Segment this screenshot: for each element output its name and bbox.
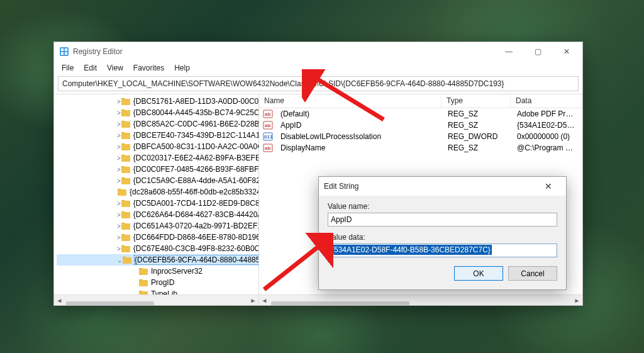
svg-rect-3: [61, 52, 64, 55]
menu-view[interactable]: View: [102, 62, 128, 74]
value-name: DisableLowILProcessIsolation: [275, 132, 443, 141]
tree-item[interactable]: >{DC5DA001-7CD4-11D2-8ED9-D8C857F98FE3}: [57, 198, 258, 209]
tree-item-label: {DC67E480-C3CB-49F8-8232-60B0C2056C8E}: [133, 244, 259, 253]
tree-item[interactable]: >{DBFCA500-8C31-11D0-AA2C-00A0C92749A3}: [57, 141, 258, 152]
folder-icon: [121, 97, 131, 106]
dialog-titlebar[interactable]: Edit String ✕: [319, 177, 566, 196]
tree-item[interactable]: InprocServer32: [57, 266, 258, 277]
tree-item-label: InprocServer32: [151, 267, 203, 276]
close-button[interactable]: ✕: [552, 42, 581, 61]
folder-icon: [121, 142, 131, 151]
value-type: REG_SZ: [443, 109, 512, 118]
list-row[interactable]: ab(Default)REG_SZAdobe PDF Preview: [259, 108, 582, 120]
tree-item[interactable]: ⌄{DC6EFB56-9CFA-464D-8880-44885D7DC193}: [57, 254, 258, 266]
menu-favorites[interactable]: Favorites: [128, 62, 169, 74]
tree-item-label: {DC626A64-D684-4627-83CB-44420ABDBD1A}: [133, 210, 259, 219]
menu-help[interactable]: Help: [169, 62, 195, 74]
dialog-close-button[interactable]: ✕: [536, 181, 561, 191]
value-name: (Default): [275, 109, 443, 118]
folder-icon: [122, 255, 132, 264]
scroll-right-icon[interactable]: ►: [572, 295, 582, 306]
col-name[interactable]: Name: [259, 94, 441, 108]
value-data-label: Value data:: [328, 233, 557, 242]
value-type: REG_SZ: [443, 121, 512, 130]
expand-icon[interactable]: ⌄: [117, 257, 122, 264]
folder-icon: [121, 233, 131, 242]
list-row[interactable]: 011DisableLowILProcessIsolationREG_DWORD…: [259, 131, 582, 142]
tree-item[interactable]: >{DBC51761-A8ED-11D3-A0DD-00C04F68712B}: [57, 96, 258, 107]
list-row[interactable]: abDisplayNameREG_SZ@C:\Program Files (x: [259, 142, 582, 154]
menubar: File Edit View Favorites Help: [54, 61, 582, 75]
value-data: Adobe PDF Preview: [512, 109, 582, 118]
list-hscroll[interactable]: ◄ ►: [259, 294, 582, 305]
folder-icon: [121, 120, 131, 128]
app-icon: [59, 47, 69, 57]
value-data-text: {534A1E02-D58F-44f0-B58B-36CBED287C7C}: [330, 245, 492, 255]
menu-edit[interactable]: Edit: [79, 62, 102, 74]
tree-item[interactable]: >{DBC80044-A445-435b-BC74-9C25C1C588A9}: [57, 107, 258, 118]
value-name-input[interactable]: [328, 213, 557, 227]
svg-text:ab: ab: [265, 111, 270, 117]
svg-rect-4: [65, 52, 67, 55]
tree-item-label: {DBCE7E40-7345-439D-B12C-114A11819A09}: [133, 131, 259, 140]
folder-icon: [121, 131, 131, 140]
tree-item[interactable]: >{DC67E480-C3CB-49F8-8232-60B0C2056C8E}: [57, 243, 258, 254]
value-type-icon: 011: [263, 132, 273, 142]
list-row[interactable]: abAppIDREG_SZ{534A1E02-D58F-44f: [259, 120, 582, 131]
tree-item-label: {DC5DA001-7CD4-11D2-8ED9-D8C857F98FE3}: [133, 199, 259, 208]
tree-item[interactable]: {dc28a608-b55f-46ff-b0db-e2c85b332463}: [57, 186, 258, 198]
tree-item[interactable]: >{DC664FDD-D868-46EE-8780-8D196CB739F7}: [57, 232, 258, 243]
value-data: 0x00000000 (0): [512, 132, 582, 141]
cancel-button[interactable]: Cancel: [508, 266, 557, 281]
titlebar[interactable]: Registry Editor — ▢ ✕: [54, 42, 582, 61]
value-type: REG_SZ: [443, 143, 512, 152]
tree-item[interactable]: >{DC020317-E6E2-4A62-B9FA-B3EFE16626F4}: [57, 152, 258, 164]
edit-string-dialog: Edit String ✕ Value name: Value data: {5…: [318, 176, 567, 290]
tree-item-label: {DC6EFB56-9CFA-464D-8880-44885D7DC193}: [135, 255, 259, 264]
minimize-button[interactable]: —: [494, 42, 523, 61]
list-header[interactable]: Name Type Data: [259, 94, 582, 108]
tree-pane[interactable]: >{DBC51761-A8ED-11D3-A0DD-00C04F68712B}>…: [54, 94, 259, 305]
value-name: AppID: [275, 121, 443, 130]
tree-item-label: {DBC80044-A445-435b-BC74-9C25C1C588A9}: [133, 108, 259, 117]
folder-icon: [121, 221, 131, 230]
tree-item-label: {DBC85A2C-C0DC-4961-B6E2-D28B62C11AD4}: [133, 120, 259, 128]
tree-item-label: {DC020317-E6E2-4A62-B9FA-B3EFE16626F4}: [133, 154, 259, 162]
value-data: @C:\Program Files (x: [512, 143, 582, 152]
maximize-button[interactable]: ▢: [523, 42, 552, 61]
value-type-icon: ab: [263, 120, 273, 130]
value-type-icon: ab: [263, 143, 273, 153]
folder-icon: [121, 210, 131, 219]
svg-text:ab: ab: [265, 123, 270, 128]
tree-item[interactable]: ProgID: [57, 277, 258, 288]
tree-item-label: {DC1C5A9C-E88A-4dde-A5A1-60F82A20AEF7}: [133, 176, 259, 185]
value-data-input[interactable]: {534A1E02-D58F-44f0-B58B-36CBED287C7C}: [328, 244, 557, 257]
tree-item[interactable]: >{DBCE7E40-7345-439D-B12C-114A11819A09}: [57, 130, 258, 141]
tree-hscroll[interactable]: ◄ ►: [54, 294, 258, 305]
col-data[interactable]: Data: [511, 94, 582, 108]
tree-item-label: {DBFCA500-8C31-11D0-AA2C-00A0C92749A3}: [133, 142, 259, 151]
tree-item[interactable]: >{DC626A64-D684-4627-83CB-44420ABDBD1A}: [57, 209, 258, 220]
tree-item[interactable]: >{DC1C5A9C-E88A-4dde-A5A1-60F82A20AEF7}: [57, 175, 258, 186]
tree-item-label: {DC651A43-0720-4a2b-9971-BD2EF1329A3D}: [133, 221, 259, 230]
address-bar[interactable]: Computer\HKEY_LOCAL_MACHINE\SOFTWARE\WOW…: [58, 76, 579, 91]
dialog-title: Edit String: [324, 182, 536, 191]
svg-text:ab: ab: [265, 145, 270, 151]
tree-item[interactable]: >{DC0C0FE7-0485-4266-B93F-68FBF80ED834}: [57, 164, 258, 175]
value-name: DisplayName: [275, 143, 443, 152]
tree-item-label: ProgID: [151, 278, 174, 287]
menu-file[interactable]: File: [57, 62, 79, 74]
tree-item[interactable]: >{DBC85A2C-C0DC-4961-B6E2-D28B62C11AD4}: [57, 118, 258, 130]
folder-icon: [121, 199, 131, 208]
value-name-label: Value name:: [328, 202, 557, 211]
svg-rect-2: [65, 48, 67, 51]
value-type-icon: ab: [263, 109, 273, 119]
tree-item[interactable]: >{DC651A43-0720-4a2b-9971-BD2EF1329A3D}: [57, 220, 258, 232]
ok-button[interactable]: OK: [454, 266, 503, 281]
folder-icon: [117, 188, 127, 196]
scroll-right-icon[interactable]: ►: [248, 295, 258, 306]
col-type[interactable]: Type: [441, 94, 511, 108]
scroll-left-icon[interactable]: ◄: [259, 295, 270, 306]
svg-rect-1: [61, 48, 64, 51]
scroll-left-icon[interactable]: ◄: [54, 295, 65, 306]
